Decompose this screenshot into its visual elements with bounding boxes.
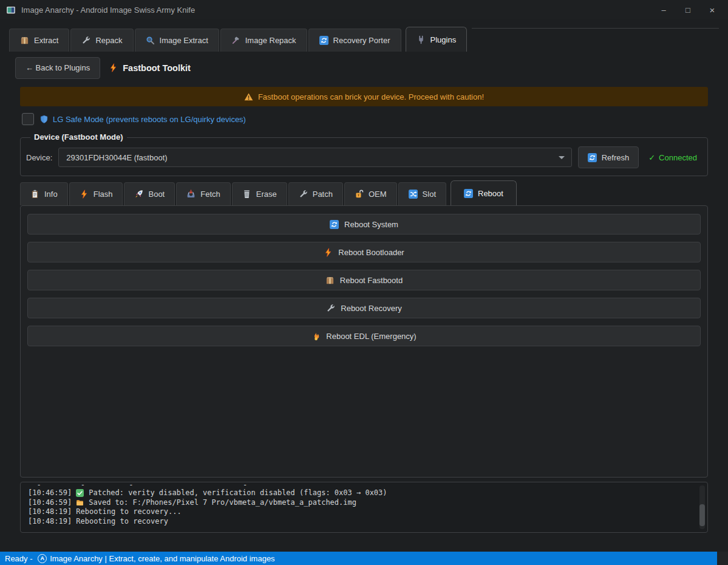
trash-icon [242,190,251,199]
log-scrollbar-thumb[interactable] [699,504,705,526]
device-combobox-value: 29301FDH30044E (fastboot) [66,153,167,162]
subtab-label: Patch [313,190,333,199]
main-tab-bar: ExtractRepackImage ExtractImage RepackRe… [9,27,468,52]
safe-mode-checkbox[interactable] [22,113,34,125]
tab-recovery-porter[interactable]: Recovery Porter [308,29,401,52]
fire-icon [311,332,321,341]
tab-label: Repack [95,36,122,45]
button-label: Reboot Fastbootd [340,276,403,285]
tab-label: Image Repack [245,36,296,45]
connection-status: ✓ Connected [648,153,697,162]
close-button[interactable]: × [700,0,724,19]
bolt-icon [109,63,118,72]
resize-grip[interactable] [717,552,728,565]
log-timestamp: [10:46:59] [28,488,72,498]
connection-status-text: Connected [659,153,697,162]
log-message: Patched: verity disabled, verification d… [89,488,387,498]
reboot-bootloader-button[interactable]: Reboot Bootloader [27,242,701,262]
inbox-icon [186,190,196,199]
subtab-label: Info [44,190,58,199]
warning-banner: Fastboot operations can brick your devic… [20,87,708,106]
wrench-icon [299,190,308,199]
wrench-icon [81,36,90,45]
titlebar: Image Anarchy - Android Image Swiss Army… [0,0,728,19]
refresh-icon [319,36,328,45]
safe-mode-row: LG Safe Mode (prevents reboots on LG/qui… [22,113,246,125]
minimize-button[interactable]: – [651,0,676,19]
subtab-label: Erase [256,190,277,199]
subtab-reboot[interactable]: Reboot [451,180,517,205]
reboot-fastbootd-button[interactable]: Reboot Fastbootd [27,270,701,290]
safe-mode-text: LG Safe Mode (prevents reboots on LG/qui… [53,115,246,124]
window-title: Image Anarchy - Android Image Swiss Army… [21,5,195,15]
log-line: [10:48:19]Rebooting to recovery [28,517,700,527]
device-label: Device: [26,153,52,162]
refresh-button-label: Refresh [602,153,630,162]
log-console[interactable]: - - - _ - _ [10:46:59]Patched: verity di… [20,482,708,533]
subtab-label: Slot [423,190,436,199]
reboot-edl-emergency-button[interactable]: Reboot EDL (Emergency) [27,326,701,346]
maximize-button[interactable]: □ [676,0,700,19]
tabbar-divider [472,28,719,29]
hammer-icon [231,36,240,45]
device-combobox[interactable]: 29301FDH30044E (fastboot) [58,148,571,167]
reboot-recovery-button[interactable]: Reboot Recovery [27,298,701,318]
subtab-boot[interactable]: Boot [124,182,175,205]
subtab-oem[interactable]: OEM [344,182,397,205]
shield-icon [39,115,49,124]
app-icon [6,5,16,15]
button-label: Reboot System [344,220,398,229]
tab-label: Recovery Porter [333,36,390,45]
plugin-title: Fastboot Toolkit [109,63,191,73]
refresh-icon [330,220,339,229]
log-scrollbar[interactable] [699,485,705,529]
reboot-tab-pane: Reboot SystemReboot BootloaderReboot Fas… [20,205,708,478]
tab-image-extract[interactable]: Image Extract [135,29,219,52]
refresh-icon [588,153,597,162]
button-label: Reboot Recovery [341,304,401,313]
plug-icon [417,35,426,44]
refresh-button[interactable]: Refresh [578,146,639,168]
subtab-erase[interactable]: Erase [232,182,287,205]
safe-mode-label[interactable]: LG Safe Mode (prevents reboots on LG/qui… [39,115,246,124]
bolt-icon [324,248,333,257]
plugin-title-label: Fastboot Toolkit [123,63,191,73]
subtab-info[interactable]: Info [20,182,68,205]
package-icon [325,276,335,285]
tab-extract[interactable]: Extract [9,29,69,52]
warning-text: Fastboot operations can brick your devic… [258,92,484,101]
status-brand-text: Image Anarchy [50,554,103,563]
status-bar: Ready - A Image Anarchy | Extract, creat… [0,552,728,565]
refresh-icon [464,189,473,198]
bolt-icon [80,190,89,199]
tab-label: Plugins [430,35,457,44]
subtab-label: Flash [94,190,113,199]
subtab-flash[interactable]: Flash [69,182,123,205]
check-glyph: ✓ [648,153,655,162]
device-groupbox-legend: Device (Fastboot Mode) [30,132,127,142]
log-timestamp: [10:48:19] [28,517,72,527]
magnifier-icon [146,36,155,45]
subtab-label: Fetch [200,190,220,199]
dropdown-arrow-icon [559,156,565,159]
back-to-plugins-button[interactable]: ← Back to Plugins [15,57,100,79]
subtab-patch[interactable]: Patch [288,182,343,205]
tab-label: Image Extract [160,36,208,45]
reboot-system-button[interactable]: Reboot System [27,214,701,235]
open-lock-icon [355,190,364,199]
shuffle-icon [409,190,418,199]
folder-icon [76,499,84,507]
window-controls: – □ × [651,0,724,19]
log-message: Saved to: F:/Phones/Pixel 7 Pro/vbmeta_a… [89,498,356,508]
tab-repack[interactable]: Repack [70,29,133,52]
device-groupbox: Device (Fastboot Mode) Device: 29301FDH3… [20,137,708,176]
tab-image-repack[interactable]: Image Repack [220,29,307,52]
log-line: [10:48:19]Rebooting to recovery... [28,507,700,517]
log-timestamp: [10:48:19] [28,507,72,517]
tab-label: Extract [34,36,58,45]
fastboot-subtab-bar: InfoFlashBootFetchErasePatchOEMSlotReboo… [20,180,518,205]
tab-plugins[interactable]: Plugins [406,27,468,52]
subtab-slot[interactable]: Slot [398,182,446,205]
clipboard-icon [30,190,39,199]
subtab-fetch[interactable]: Fetch [176,182,231,205]
